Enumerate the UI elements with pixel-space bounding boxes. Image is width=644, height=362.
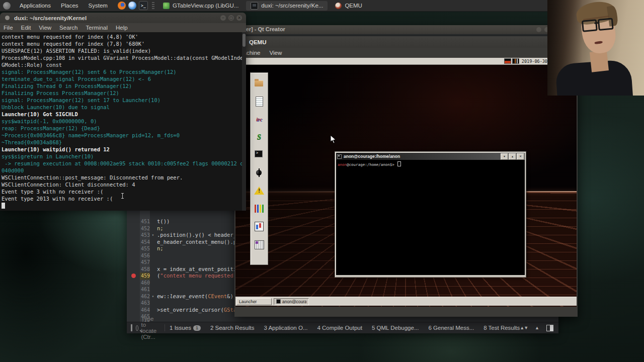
window-icon [251, 2, 258, 10]
terminal-window-icon [5, 16, 10, 20]
taskbar-window-label: GTableView.cpp (LibGU... [173, 3, 238, 9]
terminal-menu-item[interactable]: View [35, 25, 55, 31]
terminal-line: 040d000 [2, 167, 246, 174]
output-panel-button[interactable]: 1 Issues 1 [170, 325, 201, 331]
output-panel-label: 1 Issues [170, 325, 191, 331]
terminal-line [2, 202, 246, 209]
divider [152, 2, 154, 9]
maximize-icon[interactable] [509, 153, 516, 160]
webcam-overlay [547, 0, 644, 96]
minimize-icon[interactable] [501, 153, 508, 160]
launcher-app-icon[interactable] [254, 185, 265, 196]
output-panel-button[interactable]: 3 Application O... [264, 325, 307, 331]
output-panel-label: 5 QML Debugge... [372, 325, 419, 331]
terminal-content[interactable]: context menu requested for index (4,8) '… [0, 32, 246, 211]
close-icon[interactable]: ✕ [236, 15, 242, 21]
terminal-menu-item[interactable]: Terminal [83, 25, 111, 31]
terminal-menu-item[interactable]: Edit [18, 25, 35, 31]
scrollbar-thumb[interactable] [243, 34, 246, 47]
minimize-icon [536, 27, 541, 32]
terminal-line: GModel::Role) const [2, 61, 246, 68]
browser-icon[interactable] [128, 2, 136, 10]
person-head [575, 0, 621, 59]
taskbar-window-button[interactable]: anon@courage:/hom... [274, 298, 309, 305]
terminal-titlebar[interactable]: duxi: ~/src/serenity/Kernel − ▢ ✕ [0, 13, 246, 23]
panel-menu-item[interactable]: Applications [15, 0, 56, 11]
taskbar-window-button[interactable]: GTableView.cpp (LibGU... [158, 2, 243, 10]
serenity-terminal-titlebar[interactable]: anon@courage:/home/anon [336, 153, 525, 160]
panel-selector-arrows-icon[interactable]: ▲▼ [520, 325, 528, 330]
terminal-line: Finalizing Thread 0 in ProcessManager(12… [2, 82, 246, 89]
terminal-line: Launcher(10) waitpid() returned 12 [2, 146, 246, 153]
qemu-menu-item[interactable]: View [265, 50, 286, 56]
terminal-line: Event type 3 with no receiver :( [2, 188, 246, 195]
issues-badge: 1 [193, 325, 201, 331]
taskbar-window-button[interactable]: Launcher [236, 298, 272, 305]
terminal-icon[interactable] [139, 1, 148, 10]
distro-logo-icon[interactable] [3, 2, 11, 10]
close-panel-icon[interactable] [546, 325, 553, 331]
maximize-icon[interactable]: ▢ [228, 15, 234, 21]
search-icon [136, 325, 138, 331]
launcher-app-icon[interactable] [254, 167, 265, 178]
maximize-panel-icon[interactable]: ▲ [535, 325, 539, 330]
launcher-app-icon[interactable] [254, 239, 265, 250]
terminal-menu-item[interactable]: File [0, 25, 17, 31]
taskbar-window-label: Launcher [239, 299, 257, 304]
terminal-menu-item[interactable]: Search [56, 25, 81, 31]
glasses [581, 18, 614, 31]
launcher-app-icon[interactable] [254, 149, 265, 160]
terminal-icon [276, 299, 281, 304]
prompt-path: @courage:/home/anon$> [347, 162, 396, 167]
launcher-app-icon[interactable] [254, 114, 265, 125]
window-icon [163, 3, 170, 9]
locator-placeholder: Type to locate (Ctr... [141, 316, 159, 340]
taskbar-window-button[interactable]: duxi: ~/src/serenity/Ke... [246, 1, 328, 11]
panel-menu-item[interactable]: System [84, 0, 113, 11]
locator-field[interactable]: Type to locate (Ctr... [136, 316, 159, 340]
terminal-line: context menu requested for index (4,8) '… [2, 33, 246, 40]
qtcreator-title: ter] - Qt Creator [244, 26, 285, 32]
firefox-icon[interactable] [118, 2, 126, 10]
launcher-app-icon[interactable] [254, 221, 265, 232]
taskbar-window-button[interactable]: QEMU [331, 2, 367, 10]
qemu-title: QEMU [249, 39, 267, 45]
launcher-app-icon[interactable] [254, 132, 265, 143]
output-panel-button[interactable]: 8 Test Results [484, 325, 520, 331]
output-panel-label: 2 Search Results [210, 325, 255, 331]
launcher-app-icon[interactable] [254, 96, 265, 107]
output-panel-button[interactable]: 6 General Mess... [428, 325, 474, 331]
close-icon[interactable] [517, 153, 524, 160]
terminal-line: WSClientConnection: Client disconnected:… [2, 181, 246, 188]
serenity-terminal-content[interactable]: anon@courage:/home/anon$> [336, 160, 525, 275]
taskbar-window-label: QEMU [345, 3, 362, 9]
qemu-titlebar[interactable]: QEMU [234, 36, 578, 48]
serenity-terminal-window[interactable]: anon@courage:/home/anon anon@courage:/ho… [335, 151, 526, 278]
terminal-scrollbar[interactable] [242, 32, 246, 211]
terminal-line: ~Thread{0x0034a868} [2, 139, 246, 146]
output-panel-label: 3 Application O... [264, 325, 307, 331]
qtcreator-bottom-bar: Type to locate (Ctr... 1 Issues 1 2 Sear… [127, 322, 558, 333]
output-panel-button[interactable]: 2 Search Results [210, 325, 255, 331]
terminal-menu-item[interactable]: Help [112, 25, 131, 31]
glasses-lens [582, 19, 598, 32]
serenity-screen[interactable]: 2019-06-30 anon@courage:/home/anon anon@… [235, 58, 577, 307]
launcher-app-icon[interactable] [254, 203, 265, 214]
clock: 2019-06-30 [522, 59, 547, 64]
taskbar-window-label: anon@courage:/hom... [282, 299, 306, 304]
output-panel-button[interactable]: 5 QML Debugge... [372, 325, 419, 331]
terminal-line: signal: ProcessManager(12) sent 6 to Pro… [2, 68, 246, 75]
terminal-line: context menu requested for index (7,8) '… [2, 40, 246, 47]
serenity-menubar: 2019-06-30 [235, 58, 577, 65]
desktop: ter] - Qt Creator 451t())452n;453▾.posit… [0, 0, 644, 362]
panel-menu-item[interactable]: Places [56, 0, 84, 11]
output-panel-button[interactable]: 4 Compile Output [317, 325, 362, 331]
prompt-user: anon [338, 162, 347, 167]
minimize-icon[interactable]: − [220, 15, 226, 21]
launcher-app-icon[interactable] [254, 78, 265, 89]
sidebar-toggle-icon[interactable] [131, 324, 132, 331]
terminal-line: Finalizing Process ProcessManager(12) [2, 89, 246, 97]
memory-graph-icon [512, 58, 519, 64]
cpu-graph-icon [504, 58, 511, 64]
terminal-line: sys$waitpid(-1, 0x00000000, 0) [2, 118, 246, 125]
